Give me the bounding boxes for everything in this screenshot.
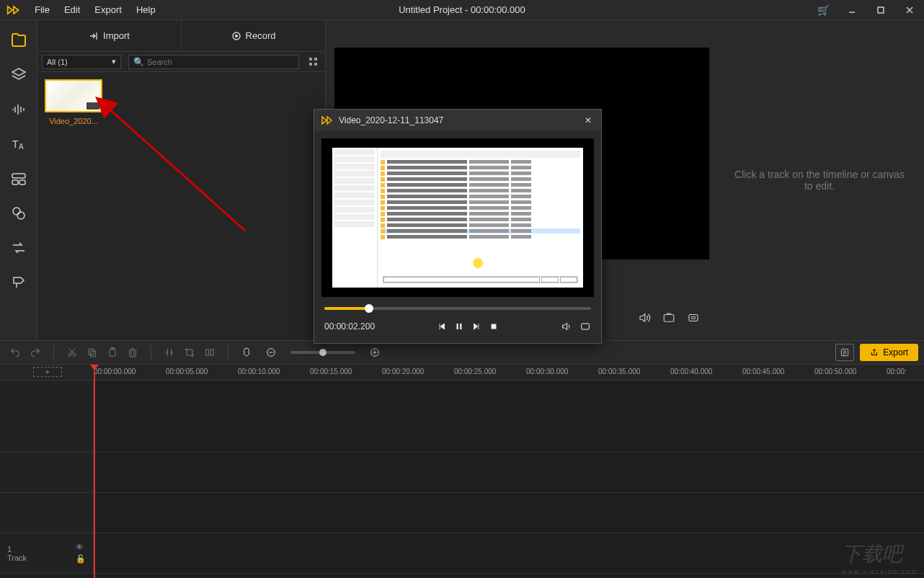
properties-button[interactable] xyxy=(835,344,854,361)
svg-rect-11 xyxy=(19,180,25,184)
sidebar-text-icon[interactable]: TA xyxy=(0,127,37,161)
track-body[interactable] xyxy=(94,533,924,573)
record-label: Record xyxy=(246,30,276,41)
menu-edit[interactable]: Edit xyxy=(57,1,87,18)
svg-text:T: T xyxy=(12,138,19,150)
menu-export[interactable]: Export xyxy=(87,1,129,18)
ruler-tick: 00:00: xyxy=(887,368,907,375)
search-icon: 🔍 xyxy=(133,57,144,67)
menu-help[interactable]: Help xyxy=(129,1,163,18)
svg-point-15 xyxy=(235,35,238,37)
popup-header[interactable]: Video_2020-12-11_113047 ✕ xyxy=(314,110,601,131)
sidebar-transitions-icon[interactable] xyxy=(0,231,37,265)
time-ruler[interactable]: + 00:00:00.00000:00:05.00000:00:10.00000… xyxy=(0,365,924,381)
minimize-button[interactable] xyxy=(838,0,866,20)
snapshot-icon[interactable] xyxy=(660,309,678,326)
sidebar-audio-icon[interactable] xyxy=(0,92,37,127)
popup-volume-icon[interactable] xyxy=(561,321,572,332)
app-logo-icon xyxy=(0,5,27,15)
track-body[interactable] xyxy=(94,453,924,492)
app-logo-icon xyxy=(321,116,333,125)
track-header xyxy=(0,493,94,533)
track-body[interactable] xyxy=(94,381,924,452)
track-label: Track xyxy=(7,553,27,562)
popup-close-button[interactable]: ✕ xyxy=(582,115,594,125)
lock-icon[interactable]: 🔓 xyxy=(76,554,86,564)
svg-rect-21 xyxy=(689,315,698,321)
ruler-tick: 00:00:30.000 xyxy=(526,368,568,375)
clip-preview-popup: Video_2020-12-11_113047 ✕ xyxy=(314,109,602,344)
visibility-icon[interactable]: 👁 xyxy=(76,543,86,551)
svg-rect-10 xyxy=(12,180,18,184)
svg-rect-18 xyxy=(314,58,317,61)
search-box[interactable]: 🔍 xyxy=(128,55,299,69)
popup-fullscreen-icon[interactable] xyxy=(579,321,591,332)
playhead[interactable] xyxy=(94,365,95,578)
chevron-down-icon: ▾ xyxy=(112,57,116,66)
cart-icon[interactable]: 🛒 xyxy=(809,4,838,16)
pause-button[interactable] xyxy=(454,321,464,332)
zoom-slider[interactable] xyxy=(290,351,355,354)
redo-button[interactable] xyxy=(26,343,45,362)
fullscreen-icon[interactable] xyxy=(685,309,702,326)
svg-marker-1 xyxy=(14,6,19,14)
sidebar-elements-icon[interactable] xyxy=(0,196,37,231)
crop-button[interactable] xyxy=(180,343,199,362)
svg-marker-6 xyxy=(12,68,25,76)
grid-view-icon[interactable] xyxy=(306,55,321,69)
track-body[interactable] xyxy=(94,493,924,533)
menu-file[interactable]: File xyxy=(27,1,57,18)
snap-button[interactable] xyxy=(200,343,219,362)
prev-frame-button[interactable] xyxy=(437,321,447,332)
search-input[interactable] xyxy=(147,58,294,66)
svg-rect-41 xyxy=(492,324,497,329)
add-track-button[interactable]: + xyxy=(33,367,62,377)
close-button[interactable] xyxy=(895,0,924,20)
record-tab[interactable]: Record xyxy=(182,20,325,52)
next-frame-button[interactable] xyxy=(471,321,481,332)
split-button[interactable] xyxy=(160,343,179,362)
track-row: 1 Track 👁 🔓 xyxy=(0,533,924,574)
export-label: Export xyxy=(883,347,908,357)
zoom-out-button[interactable] xyxy=(262,343,280,362)
media-filter-dropdown[interactable]: All (1) ▾ xyxy=(42,55,121,69)
import-icon xyxy=(89,31,99,41)
svg-rect-16 xyxy=(309,58,312,61)
zoom-in-button[interactable] xyxy=(365,343,384,362)
popup-video-canvas[interactable] xyxy=(321,138,594,297)
track-header: 1 Track 👁 🔓 xyxy=(0,533,94,573)
svg-rect-3 xyxy=(878,7,884,13)
filter-label: All (1) xyxy=(47,58,68,66)
media-clip-thumbnail[interactable]: Video_2020... xyxy=(45,79,102,125)
cut-button[interactable] xyxy=(63,343,81,362)
ruler-tick: 00:00:50.000 xyxy=(814,368,856,375)
copy-button[interactable] xyxy=(83,343,102,362)
paste-button[interactable] xyxy=(103,343,122,362)
export-button[interactable]: Export xyxy=(860,344,918,361)
delete-button[interactable] xyxy=(123,343,142,362)
track-header xyxy=(0,453,94,492)
popup-title: Video_2020-12-11_113047 xyxy=(339,115,577,125)
volume-icon[interactable] xyxy=(636,309,653,326)
popup-seek-slider[interactable] xyxy=(324,307,591,310)
sidebar-behaviors-icon[interactable] xyxy=(0,265,37,300)
window-title: Untitled Project - 00:00:00.000 xyxy=(399,4,525,15)
sidebar-media-icon[interactable] xyxy=(0,23,37,58)
ruler-tick: 00:00:00.000 xyxy=(94,368,136,375)
svg-point-12 xyxy=(13,208,20,215)
sidebar-overlays-icon[interactable] xyxy=(0,161,37,196)
ruler-tick: 00:00:05.000 xyxy=(166,368,208,375)
import-tab[interactable]: Import xyxy=(37,20,182,52)
ruler-tick: 00:00:20.000 xyxy=(382,368,424,375)
svg-rect-9 xyxy=(12,174,25,178)
stop-button[interactable] xyxy=(489,321,499,332)
track-number: 1 xyxy=(7,545,27,553)
undo-button[interactable] xyxy=(6,343,25,362)
svg-rect-25 xyxy=(89,349,94,355)
sidebar-layers-icon[interactable] xyxy=(0,58,37,92)
marker-button[interactable] xyxy=(237,343,256,362)
svg-rect-39 xyxy=(457,324,458,329)
maximize-button[interactable] xyxy=(866,0,895,20)
left-sidebar: TA xyxy=(0,20,37,340)
svg-rect-17 xyxy=(309,63,312,66)
